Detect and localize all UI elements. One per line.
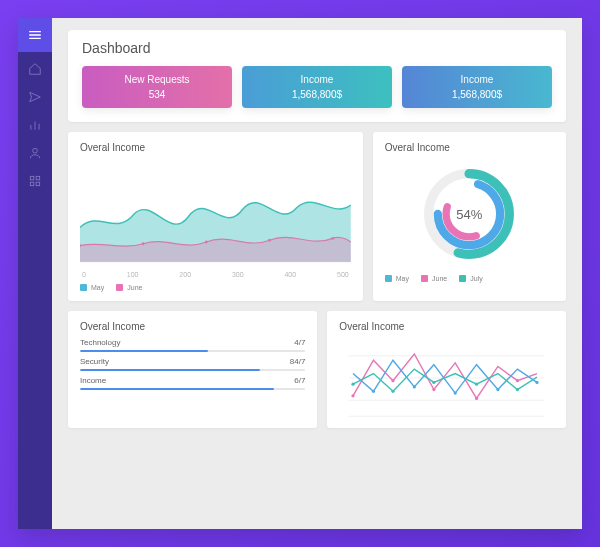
card-title: Overal Income [80, 321, 305, 332]
legend-swatch-icon [421, 275, 428, 282]
svg-point-21 [433, 388, 436, 391]
app-frame: Dashboard New Requests 534 Income 1,568,… [0, 0, 600, 547]
donut-legend: May June July [385, 275, 554, 282]
progress-value: 6/7 [294, 376, 305, 385]
progress-bar [80, 388, 274, 390]
tick: 400 [284, 271, 296, 278]
tick: 200 [179, 271, 191, 278]
svg-point-29 [352, 383, 355, 386]
stat-card-requests[interactable]: New Requests 534 [82, 66, 232, 108]
progress-value: 4/7 [294, 338, 305, 347]
donut-center-value: 54% [456, 207, 482, 222]
stat-card-income-1[interactable]: Income 1,568,800$ [242, 66, 392, 108]
legend-label: June [432, 275, 447, 282]
legend-label: June [127, 284, 142, 291]
home-icon[interactable] [28, 62, 42, 76]
legend-swatch-icon [459, 275, 466, 282]
menu-toggle-button[interactable] [18, 18, 52, 52]
svg-rect-2 [36, 176, 40, 180]
svg-point-19 [352, 394, 355, 397]
svg-point-26 [454, 392, 457, 395]
svg-point-0 [33, 148, 38, 153]
area-chart-card: Overal Income [68, 132, 363, 301]
stat-value: 1,568,800$ [246, 89, 388, 100]
progress-label: Income [80, 376, 106, 385]
sidebar [18, 18, 52, 529]
multiline-chart-card: Overal Income [327, 311, 566, 428]
svg-rect-4 [36, 182, 40, 186]
svg-point-27 [497, 388, 500, 391]
row-charts-1: Overal Income [68, 132, 566, 301]
user-icon[interactable] [28, 146, 42, 160]
stat-label: Income [246, 74, 388, 85]
card-title: Overal Income [339, 321, 554, 332]
svg-point-23 [516, 379, 519, 382]
legend-label: May [91, 284, 104, 291]
progress-label: Technology [80, 338, 120, 347]
svg-point-31 [433, 381, 436, 384]
svg-rect-1 [30, 176, 33, 180]
progress-bar [80, 350, 208, 352]
send-icon[interactable] [28, 90, 42, 104]
tick: 100 [127, 271, 139, 278]
apps-icon[interactable] [28, 174, 42, 188]
svg-point-25 [413, 385, 416, 388]
legend-label: July [470, 275, 482, 282]
svg-point-9 [268, 239, 271, 242]
area-legend: May June [80, 284, 351, 291]
stat-card-income-2[interactable]: Income 1,568,800$ [402, 66, 552, 108]
donut-chart-card: Overal Income 54% [373, 132, 566, 301]
svg-point-10 [331, 237, 334, 240]
svg-point-33 [516, 388, 519, 391]
svg-point-22 [475, 397, 478, 400]
svg-point-30 [392, 390, 395, 393]
area-chart [80, 159, 351, 269]
page-title: Dashboard [82, 40, 552, 56]
card-title: Overal Income [385, 142, 554, 153]
stat-value: 534 [86, 89, 228, 100]
svg-point-32 [475, 383, 478, 386]
progress-label: Security [80, 357, 109, 366]
progress-value: 84/7 [290, 357, 306, 366]
stat-label: New Requests [86, 74, 228, 85]
progress-card: Overal Income Technology 4/7 Security 84… [68, 311, 317, 428]
svg-point-20 [392, 379, 395, 382]
legend-swatch-icon [116, 284, 123, 291]
x-axis-labels: 0 100 200 300 400 500 [80, 271, 351, 278]
svg-point-24 [372, 390, 375, 393]
tick: 500 [337, 271, 349, 278]
progress-item-technology: Technology 4/7 [80, 338, 305, 352]
stat-value: 1,568,800$ [406, 89, 548, 100]
stat-row: New Requests 534 Income 1,568,800$ Incom… [82, 66, 552, 108]
legend-swatch-icon [80, 284, 87, 291]
stat-label: Income [406, 74, 548, 85]
content-area: Dashboard New Requests 534 Income 1,568,… [52, 18, 582, 529]
progress-bar [80, 369, 260, 371]
analytics-icon[interactable] [28, 118, 42, 132]
tick: 300 [232, 271, 244, 278]
svg-point-8 [205, 241, 208, 244]
svg-point-28 [536, 381, 539, 384]
legend-label: May [396, 275, 409, 282]
header-card: Dashboard New Requests 534 Income 1,568,… [68, 30, 566, 122]
app-shell: Dashboard New Requests 534 Income 1,568,… [18, 18, 582, 529]
multiline-chart [339, 338, 554, 418]
donut-chart: 54% [385, 159, 554, 269]
svg-rect-3 [30, 182, 33, 186]
legend-swatch-icon [385, 275, 392, 282]
card-title: Overal Income [80, 142, 351, 153]
svg-point-7 [142, 242, 145, 245]
row-charts-2: Overal Income Technology 4/7 Security 84… [68, 311, 566, 428]
progress-item-security: Security 84/7 [80, 357, 305, 371]
progress-item-income: Income 6/7 [80, 376, 305, 390]
tick: 0 [82, 271, 86, 278]
